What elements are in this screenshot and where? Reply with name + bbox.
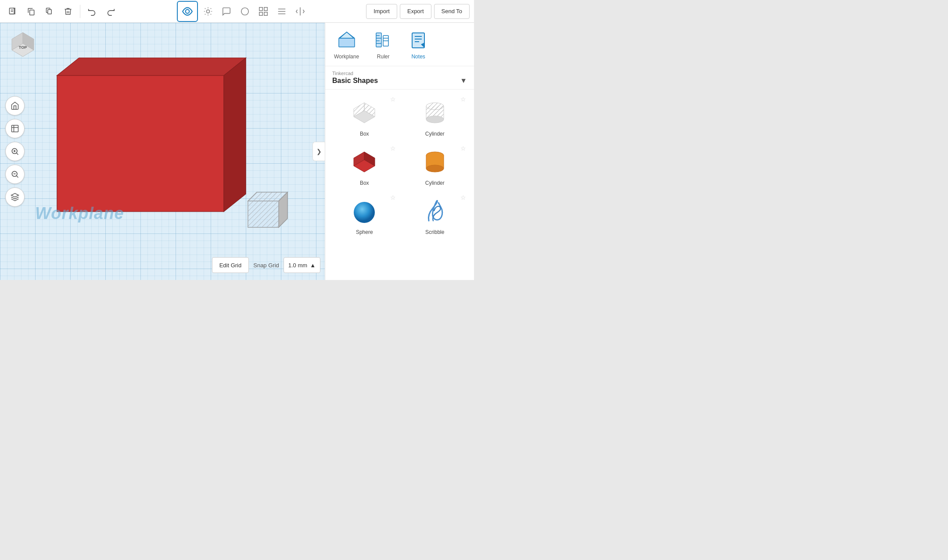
ruler-icon-item[interactable]: Ruler: [372, 29, 394, 60]
gray-cylinder-name: Cylinder: [425, 131, 445, 137]
red-box-visual: [348, 147, 380, 178]
snap-grid-value-selector[interactable]: 1.0 mm ▲: [284, 257, 320, 273]
snap-grid-arrow-icon: ▲: [310, 262, 316, 269]
svg-point-7: [206, 10, 209, 13]
star-red-box[interactable]: ☆: [390, 145, 396, 152]
view-cube[interactable]: TOP: [5, 28, 40, 63]
ruler-icon: [372, 29, 394, 51]
star-sphere[interactable]: ☆: [390, 194, 396, 201]
shape-button[interactable]: [237, 3, 253, 20]
import-button[interactable]: Import: [366, 4, 397, 19]
gray-cylinder-visual: [419, 97, 451, 129]
3d-view-button[interactable]: [5, 187, 25, 207]
viewport[interactable]: TOP: [0, 23, 325, 280]
right-panel: Workplane Ruler: [325, 23, 474, 280]
selector-value: Basic Shapes: [332, 77, 378, 85]
notes-icon-label: Notes: [411, 54, 425, 60]
svg-rect-40: [339, 38, 355, 47]
star-scribble[interactable]: ☆: [460, 194, 466, 201]
svg-rect-44: [376, 33, 381, 47]
zoom-out-button[interactable]: [5, 165, 25, 184]
light-button[interactable]: [200, 3, 216, 20]
svg-rect-10: [264, 7, 267, 10]
scribble-visual: [419, 196, 451, 227]
star-gray-cylinder[interactable]: ☆: [460, 96, 466, 103]
svg-line-30: [17, 176, 18, 178]
shapes-row-1: ☆ Box ☆: [331, 143, 468, 190]
gray-box-name: Box: [360, 131, 369, 137]
gray-box-visual: [348, 97, 380, 129]
svg-point-75: [354, 202, 375, 223]
divider-1: [80, 5, 80, 18]
export-button[interactable]: Export: [400, 4, 431, 19]
snap-grid-value-text: 1.0 mm: [288, 262, 307, 269]
svg-marker-41: [340, 32, 354, 38]
shape-card-gray-box[interactable]: ☆ Box: [331, 94, 398, 140]
shape-card-orange-cylinder[interactable]: ☆ Cylinder: [402, 143, 468, 190]
svg-line-27: [17, 153, 18, 155]
main-content: TOP: [0, 23, 474, 280]
selector-dropdown-button[interactable]: ▼: [460, 77, 467, 85]
new-button[interactable]: [4, 3, 21, 20]
orange-cylinder-name: Cylinder: [425, 180, 445, 186]
mirror-button[interactable]: [292, 3, 309, 20]
star-orange-cylinder[interactable]: ☆: [460, 145, 466, 152]
snap-grid-label: Snap Grid: [253, 262, 279, 269]
orange-cylinder-visual: [419, 147, 451, 178]
camera-view-button[interactable]: [177, 1, 198, 22]
svg-rect-12: [264, 12, 267, 15]
scribble-name: Scribble: [425, 229, 444, 235]
workplane-icon: [336, 29, 358, 51]
shapes-grid: ☆ Box: [325, 90, 474, 280]
panel-icons: Workplane Ruler: [325, 23, 474, 66]
duplicate-button[interactable]: [41, 3, 58, 20]
shapes-row-0: ☆ Box: [331, 94, 468, 140]
shape-card-sphere[interactable]: ☆ Sphe: [331, 192, 398, 239]
grid-button[interactable]: [255, 3, 272, 20]
svg-rect-5: [48, 9, 51, 14]
svg-rect-9: [259, 7, 262, 10]
svg-rect-0: [10, 8, 14, 14]
svg-rect-11: [259, 12, 262, 15]
top-toolbar: Import Export Send To: [0, 0, 474, 23]
toolbar-actions: Import Export Send To: [366, 4, 470, 19]
sphere-visual: [348, 196, 380, 227]
workplane-icon-label: Workplane: [334, 54, 359, 60]
shape-card-gray-cylinder[interactable]: ☆: [402, 94, 468, 140]
selector-row: Basic Shapes ▼: [332, 77, 467, 85]
delete-button[interactable]: [60, 3, 76, 20]
shapes-row-2: ☆ Sphe: [331, 192, 468, 239]
left-toolbar: [5, 96, 25, 207]
notes-icon-item[interactable]: Notes: [407, 29, 429, 60]
send-to-button[interactable]: Send To: [434, 4, 470, 19]
svg-point-6: [185, 9, 189, 13]
align-button[interactable]: [273, 3, 290, 20]
shape-card-scribble[interactable]: ☆ Scribble: [402, 192, 468, 239]
svg-point-64: [426, 116, 444, 123]
undo-button[interactable]: [84, 3, 101, 20]
svg-rect-21: [12, 126, 18, 132]
workplane-icon-item[interactable]: Workplane: [334, 29, 359, 60]
red-box-name: Box: [360, 180, 369, 186]
bottom-bar: Edit Grid Snap Grid 1.0 mm ▲: [212, 257, 320, 273]
redo-button[interactable]: [102, 3, 119, 20]
star-gray-box[interactable]: ☆: [390, 96, 396, 103]
svg-rect-3: [30, 10, 34, 15]
fit-view-button[interactable]: [5, 119, 25, 138]
copy-button[interactable]: [23, 3, 40, 20]
ruler-icon-label: Ruler: [377, 54, 390, 60]
svg-point-72: [426, 165, 444, 172]
grid-canvas: [0, 23, 325, 280]
svg-point-8: [241, 7, 248, 15]
notes-icon: [407, 29, 429, 51]
edit-grid-button[interactable]: Edit Grid: [212, 257, 249, 273]
selector-label: Tinkercad: [332, 71, 467, 76]
shape-selector: Tinkercad Basic Shapes ▼: [325, 66, 474, 90]
sphere-name: Sphere: [356, 229, 373, 235]
home-view-button[interactable]: [5, 96, 25, 115]
speech-button[interactable]: [218, 3, 235, 20]
zoom-in-button[interactable]: [5, 142, 25, 161]
panel-collapse-toggle[interactable]: ❯: [312, 142, 325, 161]
svg-text:TOP: TOP: [19, 45, 27, 50]
shape-card-red-box[interactable]: ☆ Box: [331, 143, 398, 190]
